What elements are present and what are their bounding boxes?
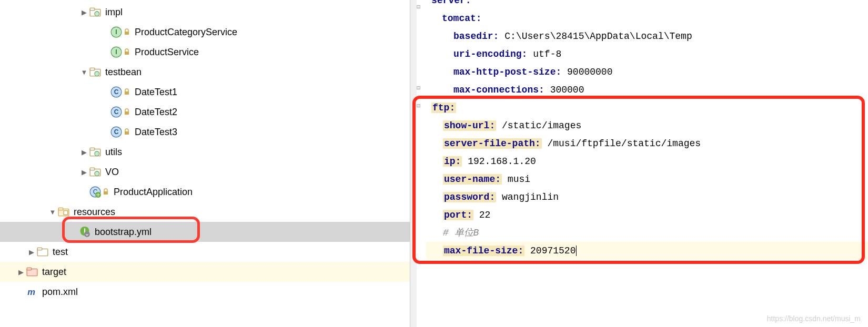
svg-text:C: C	[114, 108, 119, 116]
chevron-right-icon: ▶	[79, 8, 89, 16]
svg-rect-22	[90, 148, 95, 150]
tree-label: DateTest3	[135, 127, 177, 138]
code-line[interactable]: server:	[426, 0, 868, 9]
lock-icon	[123, 46, 130, 58]
code-line[interactable]: uri-encoding: utf-8	[426, 45, 868, 63]
folder-icon	[89, 166, 101, 178]
fold-icon[interactable]: ⊟	[417, 3, 424, 11]
lock-icon	[123, 126, 130, 138]
chevron-right-icon: ▶	[79, 148, 89, 156]
svg-point-11	[95, 71, 99, 76]
lock-icon	[123, 106, 130, 118]
interface-icon: I	[110, 26, 122, 38]
code-editor[interactable]: ⊟ ⊟ ⊟ server: tomcat: basedir: C:\Users\…	[410, 0, 868, 327]
tree-class-datetest3[interactable]: ▶ C DateTest3	[0, 122, 410, 142]
svg-rect-30	[104, 191, 108, 195]
folder-icon	[89, 146, 101, 158]
svg-point-26	[95, 171, 99, 176]
folder-icon	[37, 246, 48, 258]
tree-folder-test[interactable]: ▶ test	[0, 242, 410, 262]
svg-rect-8	[125, 52, 129, 55]
tree-label: DateTest1	[135, 87, 177, 98]
svg-text:I: I	[115, 48, 117, 56]
tree-class-datetest1[interactable]: ▶ C DateTest1	[0, 82, 410, 102]
tree-file-bootstrap-yml[interactable]: ▶ bootstrap.yml	[0, 222, 410, 242]
tree-label: VO	[105, 167, 119, 178]
code-line[interactable]: ftp:	[426, 99, 868, 117]
fold-icon[interactable]: ⊟	[417, 84, 424, 91]
code-line[interactable]: # 单位B	[426, 224, 868, 242]
svg-text:I: I	[115, 28, 117, 36]
code-line[interactable]: server-file-path: /musi/ftpfile/static/i…	[426, 135, 868, 152]
chevron-down-icon: ▼	[79, 68, 89, 76]
svg-text:m: m	[27, 287, 35, 297]
code-line[interactable]: tomcat:	[426, 9, 868, 27]
svg-rect-33	[64, 211, 68, 215]
fold-icon[interactable]: ⊟	[417, 102, 424, 109]
svg-rect-32	[58, 208, 63, 210]
target-folder-icon	[26, 266, 38, 278]
maven-icon: m	[26, 286, 38, 298]
tree-label: ProductService	[135, 47, 199, 58]
svg-text:C: C	[114, 88, 119, 96]
svg-point-23	[95, 151, 99, 156]
code-line[interactable]: max-file-size: 20971520	[426, 242, 868, 260]
svg-rect-20	[125, 131, 129, 135]
code-line[interactable]: basedir: C:\Users\28415\AppData\Local\Te…	[426, 27, 868, 45]
project-tree[interactable]: ▶ impl ▶ I ProductCategoryService ▶ I Pr…	[0, 0, 410, 302]
interface-icon: I	[110, 46, 122, 58]
code-line[interactable]: ip: 192.168.1.20	[426, 152, 868, 170]
chevron-down-icon: ▼	[47, 208, 58, 216]
tree-folder-impl[interactable]: ▶ impl	[0, 2, 410, 22]
tree-label: target	[42, 267, 66, 278]
svg-rect-38	[27, 268, 32, 270]
tree-folder-testbean[interactable]: ▼ testbean	[0, 62, 410, 82]
svg-point-34	[84, 231, 90, 237]
lock-icon	[102, 186, 109, 198]
tree-interface-productservice[interactable]: ▶ I ProductService	[0, 42, 410, 62]
tree-class-productapplication[interactable]: ▶ C ProductApplication	[0, 182, 410, 202]
tree-interface-productcategoryservice[interactable]: ▶ I ProductCategoryService	[0, 22, 410, 42]
tree-label: impl	[105, 7, 123, 18]
folder-icon	[89, 66, 101, 78]
tree-label: ProductCategoryService	[135, 27, 237, 38]
lock-icon	[123, 26, 130, 38]
watermark-text: https://blog.csdn.net/musi_m	[767, 314, 861, 323]
spring-config-icon	[79, 226, 90, 238]
svg-rect-10	[90, 68, 95, 70]
tree-label: utils	[105, 147, 122, 158]
svg-rect-36	[37, 248, 42, 250]
svg-text:C: C	[114, 128, 119, 136]
tree-label: DateTest2	[135, 107, 177, 118]
tree-label: test	[53, 247, 68, 258]
svg-rect-25	[90, 168, 95, 170]
tree-class-datetest2[interactable]: ▶ C DateTest2	[0, 102, 410, 122]
tree-label: pom.xml	[42, 287, 78, 298]
tree-folder-utils[interactable]: ▶ utils	[0, 142, 410, 162]
svg-rect-5	[125, 32, 129, 35]
project-tree-panel: ▶ impl ▶ I ProductCategoryService ▶ I Pr…	[0, 0, 410, 327]
class-icon: C	[110, 126, 122, 138]
code-line[interactable]: max-http-post-size: 90000000	[426, 63, 868, 81]
code-line[interactable]: max-connections: 300000	[426, 81, 868, 99]
tree-folder-vo[interactable]: ▶ VO	[0, 162, 410, 182]
svg-rect-17	[125, 111, 129, 115]
class-icon: C	[110, 86, 122, 98]
chevron-right-icon: ▶	[79, 168, 89, 176]
spring-boot-icon: C	[89, 186, 101, 198]
code-line[interactable]: user-name: musi	[426, 170, 868, 188]
folder-icon	[89, 6, 101, 18]
code-line[interactable]: port: 22	[426, 206, 868, 224]
text-cursor	[576, 246, 577, 256]
chevron-right-icon: ▶	[16, 268, 26, 276]
code-line[interactable]: show-url: /static/images	[426, 117, 868, 135]
code-line[interactable]: password: wangjinlin	[426, 188, 868, 206]
tree-file-pom-xml[interactable]: ▶ m pom.xml	[0, 282, 410, 302]
svg-rect-14	[125, 91, 129, 95]
tree-folder-resources[interactable]: ▼ resources	[0, 202, 410, 222]
svg-rect-1	[90, 8, 95, 10]
tree-label: bootstrap.yml	[95, 227, 152, 238]
tree-label: ProductApplication	[114, 187, 193, 198]
resources-folder-icon	[58, 206, 69, 218]
tree-folder-target[interactable]: ▶ target	[0, 262, 410, 282]
